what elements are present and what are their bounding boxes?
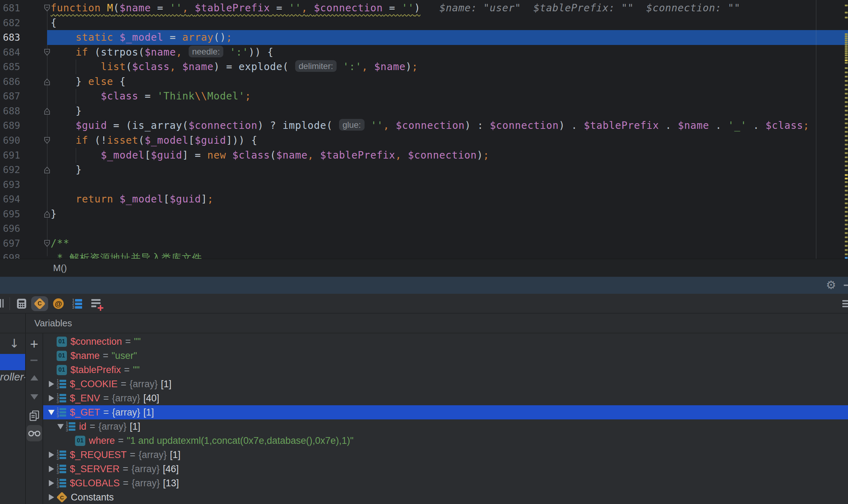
variable-row-_server[interactable]: 123$_SERVER={array}[46]: [43, 462, 848, 476]
analysis-stripe-mark[interactable]: [845, 174, 848, 176]
line-number[interactable]: 692: [0, 162, 20, 177]
line-number[interactable]: 695: [0, 207, 20, 222]
analysis-stripe-mark[interactable]: [845, 101, 848, 103]
move-watch-up-button[interactable]: [30, 375, 38, 380]
execution-line[interactable]: 683 static $_model = array();: [0, 30, 848, 45]
analysis-stripe-mark[interactable]: [845, 76, 848, 78]
code-line[interactable]: 693: [0, 177, 848, 192]
analysis-stripe-mark[interactable]: [845, 62, 848, 64]
fold-marker[interactable]: [44, 4, 51, 12]
analysis-stripe-mark[interactable]: [845, 131, 848, 133]
expand-arrow-icon[interactable]: [46, 381, 57, 387]
line-number[interactable]: 696: [0, 221, 20, 236]
code-line[interactable]: 687 $class = 'Think\\Model';: [0, 89, 848, 104]
analysis-stripe-mark[interactable]: [845, 52, 848, 54]
analysis-stripe-mark[interactable]: [845, 44, 848, 46]
analysis-stripe-mark[interactable]: [845, 71, 848, 73]
analysis-stripe-mark[interactable]: [845, 33, 848, 35]
analysis-stripe-mark[interactable]: [845, 152, 848, 154]
copy-button[interactable]: [29, 411, 39, 421]
code-line[interactable]: 681function M($name = '', $tablePrefix =…: [0, 1, 848, 16]
variable-row-_env[interactable]: 123$_ENV={array}[40]: [43, 391, 848, 405]
analysis-stripe-mark[interactable]: [845, 215, 848, 217]
analysis-stripe-mark[interactable]: [845, 148, 848, 150]
analysis-stripe-mark[interactable]: [845, 57, 848, 59]
evaluate-expression-icon[interactable]: [17, 299, 26, 309]
analysis-stripe-mark[interactable]: [845, 55, 848, 56]
variable-row-where[interactable]: 01where="1 and updatexml(1,concat(0x7e,d…: [43, 434, 848, 448]
fold-marker[interactable]: [44, 240, 51, 247]
analysis-stripe-mark[interactable]: [845, 127, 848, 128]
fold-marker[interactable]: [44, 107, 51, 115]
analysis-stripe-mark[interactable]: [845, 211, 848, 213]
variable-row-_cookie[interactable]: 123$_COOKIE={array}[1]: [43, 377, 848, 391]
line-number[interactable]: 686: [0, 74, 20, 89]
expand-arrow-icon[interactable]: [46, 410, 57, 415]
analysis-stripe-mark[interactable]: [845, 5, 848, 6]
code-line[interactable]: 698 * 解析资源地址并导入类库文件: [0, 251, 848, 259]
analysis-stripe-mark[interactable]: [845, 228, 848, 230]
analysis-stripe-mark[interactable]: [845, 257, 848, 259]
analysis-stripe-mark[interactable]: [845, 169, 848, 171]
code-line[interactable]: 695}: [0, 207, 848, 222]
analysis-stripe-mark[interactable]: [845, 161, 848, 162]
analysis-stripe-mark[interactable]: [845, 139, 848, 141]
code-line[interactable]: 697/**: [0, 236, 848, 251]
code-line[interactable]: 684 if (strpos($name, needle: ':')) {: [0, 45, 848, 60]
fold-marker[interactable]: [44, 210, 51, 218]
analysis-stripe-mark[interactable]: [845, 110, 848, 111]
settings-gear-icon[interactable]: ⚙: [825, 277, 837, 294]
line-number[interactable]: 683: [0, 30, 20, 45]
fold-marker[interactable]: [44, 48, 51, 56]
analysis-stripe-mark[interactable]: [845, 207, 848, 208]
line-number[interactable]: 687: [0, 89, 20, 104]
variables-tree[interactable]: 01$connection=""01$name="user"01$tablePr…: [43, 333, 848, 504]
variables-tab-label[interactable]: Variables: [34, 314, 72, 333]
analysis-stripe-mark[interactable]: [845, 42, 848, 44]
analysis-stripe-mark[interactable]: [845, 135, 848, 137]
analysis-stripe-mark[interactable]: [845, 219, 848, 221]
line-number[interactable]: 694: [0, 192, 20, 207]
code-line[interactable]: 691 $_model[$guid] = new $class($name, $…: [0, 148, 848, 163]
fold-marker[interactable]: [44, 166, 51, 174]
variable-row-name[interactable]: 01$name="user": [43, 349, 848, 363]
remove-watch-button[interactable]: [30, 360, 38, 361]
clipped-edge-icon[interactable]: [0, 299, 4, 308]
variable-row-id[interactable]: 123id={array}[1]: [43, 419, 848, 434]
analysis-stripe-mark[interactable]: [845, 12, 848, 13]
analysis-stripe-mark[interactable]: [845, 194, 848, 196]
code-line[interactable]: 685 list($class, $name) = explode( delim…: [0, 59, 848, 74]
analysis-stripe-mark[interactable]: [845, 97, 848, 99]
analysis-stripe-mark[interactable]: [845, 38, 848, 39]
analysis-stripe-mark[interactable]: [845, 93, 848, 94]
fold-end-icon[interactable]: [44, 78, 51, 86]
fold-end-icon[interactable]: [44, 107, 51, 115]
array-indices-icon[interactable]: 123: [72, 298, 82, 309]
fold-marker[interactable]: [44, 78, 51, 86]
analysis-stripe-mark[interactable]: [845, 67, 848, 69]
code-line[interactable]: 694 return $_model[$guid];: [0, 192, 848, 207]
analysis-stripe-mark[interactable]: [845, 88, 848, 90]
analysis-stripe-mark[interactable]: [845, 48, 848, 50]
analysis-stripe-mark[interactable]: [845, 198, 848, 200]
down-arrow-icon[interactable]: ↓: [9, 336, 19, 350]
analysis-stripe-mark[interactable]: [845, 84, 848, 86]
analysis-stripe-mark[interactable]: [845, 190, 848, 191]
analysis-stripe-mark[interactable]: [845, 245, 848, 247]
expand-arrow-icon[interactable]: [46, 480, 57, 486]
options-menu-icon[interactable]: [842, 299, 848, 308]
variable-row-constants[interactable]: CConstants: [43, 490, 848, 504]
breadcrumb-method[interactable]: M(): [53, 259, 67, 277]
analysis-stripe-mark[interactable]: [845, 241, 848, 242]
analysis-stripe-mark[interactable]: [845, 80, 848, 82]
fold-end-icon[interactable]: [44, 166, 51, 174]
code-line[interactable]: 690 if (!isset($_model[$guid])) {: [0, 133, 848, 148]
analysis-stripe-mark[interactable]: [845, 40, 848, 41]
line-number[interactable]: 693: [0, 177, 20, 192]
analysis-stripe-mark[interactable]: [845, 236, 848, 238]
fold-marker[interactable]: [44, 137, 51, 144]
fold-collapse-icon[interactable]: [44, 240, 51, 247]
code-editor[interactable]: 681function M($name = '', $tablePrefix =…: [0, 0, 848, 259]
line-number[interactable]: 684: [0, 45, 20, 60]
code-line[interactable]: 689 $guid = (is_array($connection) ? imp…: [0, 118, 848, 133]
